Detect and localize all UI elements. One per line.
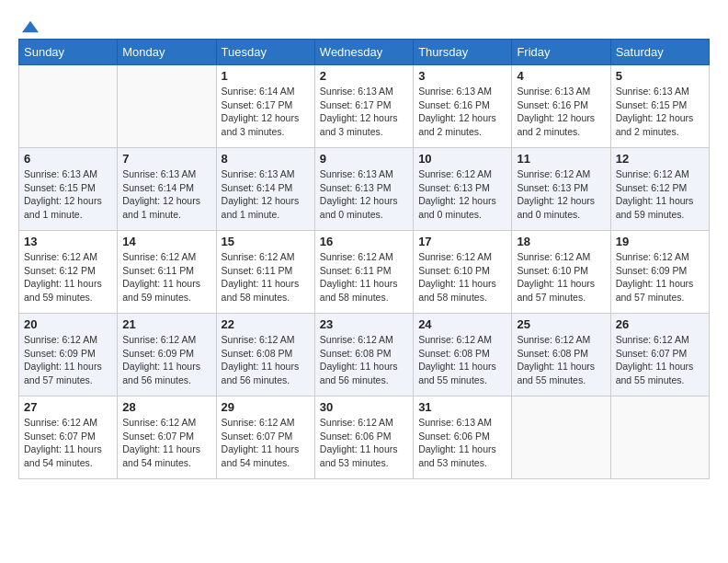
- day-info: Sunrise: 6:12 AM Sunset: 6:08 PM Dayligh…: [222, 333, 310, 387]
- day-info: Sunrise: 6:12 AM Sunset: 6:13 PM Dayligh…: [517, 167, 605, 222]
- day-number: 7: [122, 152, 210, 166]
- calendar-cell: 3Sunrise: 6:13 AM Sunset: 6:16 PM Daylig…: [414, 65, 512, 148]
- day-number: 23: [320, 317, 408, 331]
- day-number: 9: [320, 152, 408, 166]
- day-number: 20: [24, 317, 112, 331]
- calendar-cell: 29Sunrise: 6:12 AM Sunset: 6:07 PM Dayli…: [216, 396, 314, 479]
- day-header-friday: Friday: [512, 40, 610, 65]
- svg-marker-0: [22, 21, 39, 33]
- day-info: Sunrise: 6:12 AM Sunset: 6:07 PM Dayligh…: [24, 416, 112, 470]
- day-number: 17: [418, 235, 506, 248]
- day-number: 5: [616, 69, 704, 83]
- day-number: 26: [616, 317, 704, 331]
- day-number: 1: [222, 69, 310, 83]
- day-info: Sunrise: 6:13 AM Sunset: 6:06 PM Dayligh…: [418, 416, 506, 470]
- day-info: Sunrise: 6:12 AM Sunset: 6:08 PM Dayligh…: [418, 333, 506, 387]
- day-info: Sunrise: 6:13 AM Sunset: 6:13 PM Dayligh…: [320, 167, 408, 222]
- day-info: Sunrise: 6:12 AM Sunset: 6:10 PM Dayligh…: [517, 250, 605, 304]
- calendar-cell: 22Sunrise: 6:12 AM Sunset: 6:08 PM Dayli…: [216, 314, 314, 396]
- calendar-week-row: 27Sunrise: 6:12 AM Sunset: 6:07 PM Dayli…: [19, 396, 710, 479]
- day-info: Sunrise: 6:12 AM Sunset: 6:12 PM Dayligh…: [616, 167, 704, 222]
- day-number: 6: [24, 152, 112, 166]
- day-info: Sunrise: 6:14 AM Sunset: 6:17 PM Dayligh…: [222, 85, 310, 139]
- calendar-week-row: 13Sunrise: 6:12 AM Sunset: 6:12 PM Dayli…: [19, 231, 710, 314]
- day-number: 24: [418, 317, 506, 331]
- calendar-cell: 8Sunrise: 6:13 AM Sunset: 6:14 PM Daylig…: [216, 148, 314, 231]
- day-info: Sunrise: 6:13 AM Sunset: 6:15 PM Dayligh…: [616, 85, 704, 139]
- day-number: 11: [517, 152, 605, 166]
- day-number: 14: [122, 235, 210, 248]
- day-number: 29: [222, 400, 310, 414]
- day-info: Sunrise: 6:12 AM Sunset: 6:10 PM Dayligh…: [418, 250, 506, 304]
- calendar-cell: 6Sunrise: 6:13 AM Sunset: 6:15 PM Daylig…: [19, 148, 118, 231]
- day-info: Sunrise: 6:12 AM Sunset: 6:07 PM Dayligh…: [222, 416, 310, 470]
- day-number: 13: [24, 235, 112, 248]
- calendar-cell: 4Sunrise: 6:13 AM Sunset: 6:16 PM Daylig…: [512, 65, 610, 148]
- day-info: Sunrise: 6:12 AM Sunset: 6:06 PM Dayligh…: [320, 416, 408, 470]
- calendar-cell: [610, 396, 709, 479]
- logo-icon: [22, 18, 39, 35]
- day-number: 2: [320, 69, 408, 83]
- logo: [18, 18, 39, 29]
- day-number: 22: [222, 317, 310, 331]
- page-header: [18, 18, 710, 29]
- day-info: Sunrise: 6:12 AM Sunset: 6:13 PM Dayligh…: [418, 167, 506, 222]
- day-number: 28: [122, 400, 210, 414]
- calendar-cell: 9Sunrise: 6:13 AM Sunset: 6:13 PM Daylig…: [314, 148, 413, 231]
- day-number: 25: [517, 317, 605, 331]
- calendar-cell: 1Sunrise: 6:14 AM Sunset: 6:17 PM Daylig…: [216, 65, 314, 148]
- day-number: 21: [122, 317, 210, 331]
- day-number: 10: [418, 152, 506, 166]
- day-info: Sunrise: 6:13 AM Sunset: 6:15 PM Dayligh…: [24, 167, 112, 222]
- day-number: 4: [517, 69, 605, 83]
- day-info: Sunrise: 6:12 AM Sunset: 6:07 PM Dayligh…: [616, 333, 704, 387]
- day-number: 27: [24, 400, 112, 414]
- day-info: Sunrise: 6:12 AM Sunset: 6:11 PM Dayligh…: [320, 250, 408, 304]
- calendar-cell: 21Sunrise: 6:12 AM Sunset: 6:09 PM Dayli…: [118, 314, 216, 396]
- day-header-thursday: Thursday: [414, 40, 512, 65]
- day-number: 31: [418, 400, 506, 414]
- day-info: Sunrise: 6:12 AM Sunset: 6:08 PM Dayligh…: [517, 333, 605, 387]
- calendar-cell: 12Sunrise: 6:12 AM Sunset: 6:12 PM Dayli…: [610, 148, 709, 231]
- day-number: 16: [320, 235, 408, 248]
- day-header-sunday: Sunday: [19, 40, 118, 65]
- calendar-cell: 5Sunrise: 6:13 AM Sunset: 6:15 PM Daylig…: [610, 65, 709, 148]
- day-header-monday: Monday: [118, 40, 216, 65]
- calendar-week-row: 6Sunrise: 6:13 AM Sunset: 6:15 PM Daylig…: [19, 148, 710, 231]
- calendar-cell: 2Sunrise: 6:13 AM Sunset: 6:17 PM Daylig…: [314, 65, 413, 148]
- day-info: Sunrise: 6:13 AM Sunset: 6:14 PM Dayligh…: [122, 167, 210, 222]
- calendar-cell: 24Sunrise: 6:12 AM Sunset: 6:08 PM Dayli…: [414, 314, 512, 396]
- calendar-cell: 7Sunrise: 6:13 AM Sunset: 6:14 PM Daylig…: [118, 148, 216, 231]
- calendar-cell: 13Sunrise: 6:12 AM Sunset: 6:12 PM Dayli…: [19, 231, 118, 314]
- day-number: 3: [418, 69, 506, 83]
- day-number: 18: [517, 235, 605, 248]
- calendar-cell: 17Sunrise: 6:12 AM Sunset: 6:10 PM Dayli…: [414, 231, 512, 314]
- calendar-cell: [19, 65, 118, 148]
- calendar-cell: 20Sunrise: 6:12 AM Sunset: 6:09 PM Dayli…: [19, 314, 118, 396]
- calendar-cell: 18Sunrise: 6:12 AM Sunset: 6:10 PM Dayli…: [512, 231, 610, 314]
- calendar-cell: 15Sunrise: 6:12 AM Sunset: 6:11 PM Dayli…: [216, 231, 314, 314]
- calendar-cell: 11Sunrise: 6:12 AM Sunset: 6:13 PM Dayli…: [512, 148, 610, 231]
- day-info: Sunrise: 6:12 AM Sunset: 6:07 PM Dayligh…: [122, 416, 210, 470]
- day-number: 30: [320, 400, 408, 414]
- calendar-cell: 10Sunrise: 6:12 AM Sunset: 6:13 PM Dayli…: [414, 148, 512, 231]
- calendar-cell: 28Sunrise: 6:12 AM Sunset: 6:07 PM Dayli…: [118, 396, 216, 479]
- calendar-week-row: 20Sunrise: 6:12 AM Sunset: 6:09 PM Dayli…: [19, 314, 710, 396]
- day-info: Sunrise: 6:12 AM Sunset: 6:09 PM Dayligh…: [122, 333, 210, 387]
- calendar-cell: 30Sunrise: 6:12 AM Sunset: 6:06 PM Dayli…: [314, 396, 413, 479]
- calendar-cell: 26Sunrise: 6:12 AM Sunset: 6:07 PM Dayli…: [610, 314, 709, 396]
- day-number: 19: [616, 235, 704, 248]
- day-info: Sunrise: 6:13 AM Sunset: 6:17 PM Dayligh…: [320, 85, 408, 139]
- day-info: Sunrise: 6:13 AM Sunset: 6:16 PM Dayligh…: [418, 85, 506, 139]
- day-info: Sunrise: 6:13 AM Sunset: 6:16 PM Dayligh…: [517, 85, 605, 139]
- calendar-cell: 23Sunrise: 6:12 AM Sunset: 6:08 PM Dayli…: [314, 314, 413, 396]
- calendar-cell: 27Sunrise: 6:12 AM Sunset: 6:07 PM Dayli…: [19, 396, 118, 479]
- day-info: Sunrise: 6:12 AM Sunset: 6:11 PM Dayligh…: [122, 250, 210, 304]
- calendar-cell: 25Sunrise: 6:12 AM Sunset: 6:08 PM Dayli…: [512, 314, 610, 396]
- day-info: Sunrise: 6:12 AM Sunset: 6:11 PM Dayligh…: [222, 250, 310, 304]
- day-info: Sunrise: 6:13 AM Sunset: 6:14 PM Dayligh…: [222, 167, 310, 222]
- calendar-week-row: 1Sunrise: 6:14 AM Sunset: 6:17 PM Daylig…: [19, 65, 710, 148]
- calendar-cell: [512, 396, 610, 479]
- day-header-tuesday: Tuesday: [216, 40, 314, 65]
- day-info: Sunrise: 6:12 AM Sunset: 6:09 PM Dayligh…: [616, 250, 704, 304]
